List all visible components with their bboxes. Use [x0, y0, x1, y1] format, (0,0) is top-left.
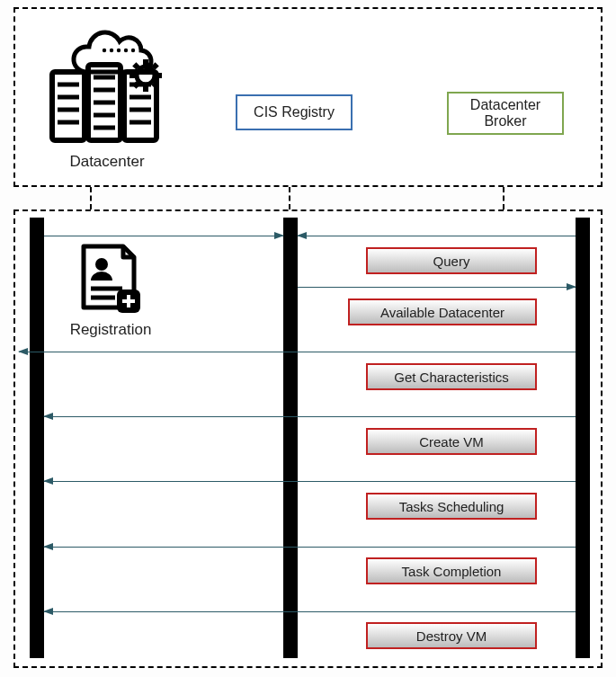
svg-point-2 [117, 49, 121, 52]
registration-icon [70, 239, 151, 316]
connector-dash [90, 187, 92, 209]
step-label: Query [433, 254, 470, 269]
step-available: Available Datacenter [348, 298, 537, 325]
step-create-vm: Create VM [366, 428, 537, 455]
arrow-registration [44, 236, 283, 236]
registration-label: Registration [57, 321, 165, 339]
svg-point-30 [95, 258, 108, 271]
arrow-broker-to-cis [298, 236, 576, 236]
svg-point-0 [103, 49, 106, 52]
broker-entity: Datacenter Broker [447, 92, 564, 135]
step-destroy: Destroy VM [366, 622, 537, 649]
datacenter-entity: Datacenter [35, 20, 179, 171]
lifeline-cis [283, 218, 298, 658]
svg-point-3 [124, 49, 128, 52]
svg-line-13 [134, 64, 138, 67]
svg-line-10 [154, 64, 157, 67]
svg-point-1 [110, 49, 113, 52]
cis-registry-entity: CIS Registry [236, 94, 353, 130]
step-label: Tasks Scheduling [399, 499, 504, 514]
step-scheduling: Tasks Scheduling [366, 493, 537, 520]
connector-dash [289, 187, 290, 209]
step-label: Task Completion [402, 564, 502, 579]
lifeline-broker [576, 218, 590, 658]
datacenter-label: Datacenter [35, 153, 179, 171]
arrow-to-dc-4 [44, 547, 576, 548]
lifeline-datacenter [30, 218, 44, 658]
cis-registry-label: CIS Registry [254, 104, 335, 120]
step-get-char: Get Characteristics [366, 363, 537, 390]
connector-dash [503, 187, 504, 209]
svg-rect-14 [52, 72, 85, 140]
arrow-cis-to-broker [298, 287, 576, 288]
arrow-to-dc-3 [44, 481, 576, 482]
step-label: Destroy VM [416, 628, 487, 644]
step-label: Create VM [419, 434, 484, 450]
svg-point-4 [131, 49, 135, 52]
arrow-to-dc-5 [44, 611, 576, 612]
arrow-to-dc-2 [44, 416, 576, 417]
step-query: Query [366, 247, 537, 274]
datacenter-icon [40, 20, 174, 146]
step-label: Available Datacenter [380, 305, 504, 320]
diagram-canvas: Datacenter CIS Registry Datacenter Broke… [13, 7, 603, 668]
registration-group: Registration [57, 239, 165, 339]
broker-label: Datacenter Broker [449, 97, 562, 130]
entities-container: Datacenter CIS Registry Datacenter Broke… [13, 7, 603, 187]
step-completion: Task Completion [366, 557, 537, 584]
arrow-to-dc-1 [19, 352, 576, 352]
step-label: Get Characteristics [394, 370, 509, 385]
